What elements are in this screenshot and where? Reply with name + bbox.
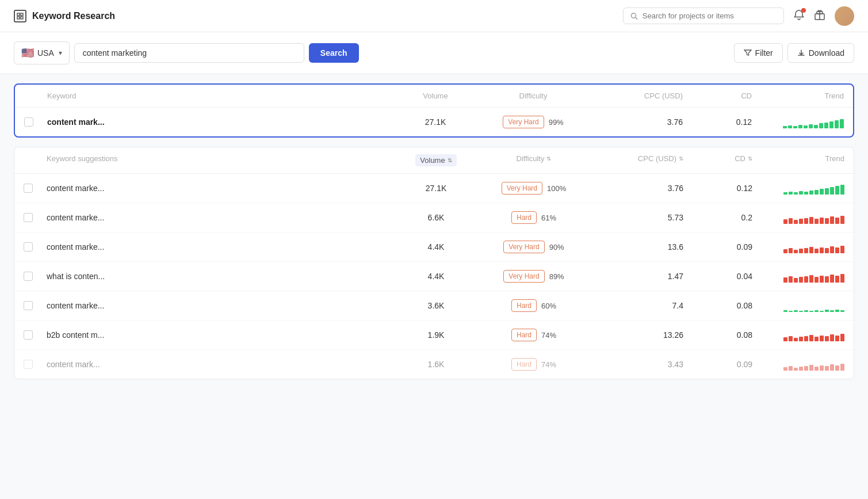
featured-col-difficulty: Difficulty: [476, 92, 591, 100]
row4-checkbox[interactable]: [24, 301, 33, 310]
featured-cd: 0.12: [683, 117, 752, 127]
gift-button[interactable]: [814, 9, 825, 22]
bar-7: [814, 125, 818, 128]
featured-difficulty-pct: 99%: [549, 118, 564, 127]
sugg-col-difficulty[interactable]: Difficulty ⇅: [476, 154, 591, 166]
search-button[interactable]: Search: [309, 43, 359, 63]
country-flag: 🇺🇸: [21, 47, 34, 59]
featured-col-cd: CD: [683, 92, 752, 100]
filter-button[interactable]: Filter: [734, 43, 783, 63]
row3-keyword: what is conten...: [47, 272, 396, 281]
svg-rect-2: [17, 17, 20, 19]
suggestion-row: what is conten... 4.4K Very Hard 89% 1.4…: [14, 262, 854, 291]
featured-col-trend: Trend: [752, 92, 844, 100]
bar-9: [824, 123, 828, 128]
featured-trend: [752, 116, 844, 128]
chevron-down-icon: ▾: [59, 49, 62, 57]
bar-1: [783, 126, 787, 128]
featured-cpc: 3.76: [591, 117, 683, 127]
country-selector[interactable]: 🇺🇸 USA ▾: [14, 41, 70, 64]
header-right: [623, 6, 854, 26]
row3-difficulty: Very Hard 89%: [476, 270, 591, 283]
bar-11: [835, 120, 839, 128]
row6-difficulty: Hard 74%: [476, 358, 591, 371]
bar-12: [840, 119, 844, 128]
row3-volume: 4.4K: [396, 272, 476, 281]
row2-pct: 90%: [549, 243, 564, 252]
bar-2: [788, 125, 792, 128]
row2-cpc: 13.6: [591, 242, 683, 252]
row5-cd: 0.08: [683, 330, 752, 340]
row4-keyword: content marke...: [47, 301, 396, 310]
row5-checkbox[interactable]: [24, 330, 33, 340]
row1-difficulty: Hard 61%: [476, 211, 591, 224]
row1-pct: 61%: [541, 214, 556, 222]
row6-pct: 74%: [541, 360, 556, 369]
logo-icon: [14, 10, 26, 22]
featured-col-volume: Volume: [395, 92, 476, 100]
row6-badge: Hard: [511, 358, 537, 371]
page-title: Keyword Research: [32, 11, 115, 21]
download-button[interactable]: Download: [787, 43, 854, 63]
sugg-col-keyword: Keyword suggestions: [47, 154, 396, 166]
cd-sort-icon: ⇅: [748, 155, 752, 162]
row1-keyword: content marke...: [47, 213, 396, 222]
row6-checkbox[interactable]: [24, 360, 33, 369]
featured-col-cpc: CPC (USD): [591, 92, 683, 100]
suggestion-row: b2b content m... 1.9K Hard 74% 13.26 0.0…: [14, 321, 854, 350]
suggestion-row: content marke... 27.1K Very Hard 100% 3.…: [14, 174, 854, 203]
row5-pct: 74%: [541, 331, 556, 340]
row2-keyword: content marke...: [47, 242, 396, 252]
notification-button[interactable]: [793, 9, 805, 22]
featured-table-header: Keyword Volume Difficulty CPC (USD) CD T…: [15, 85, 853, 108]
bar-8: [819, 123, 823, 128]
volume-sort-header[interactable]: Volume ⇅: [415, 154, 456, 166]
bar-5: [804, 125, 808, 128]
header: Keyword Research: [0, 0, 868, 32]
row4-volume: 3.6K: [396, 301, 476, 310]
sort-icon: ⇅: [448, 157, 452, 163]
bar-10: [829, 121, 833, 128]
bar-3: [793, 126, 797, 128]
row5-badge: Hard: [511, 329, 537, 341]
featured-volume: 27.1K: [395, 117, 476, 127]
sugg-col-volume[interactable]: Volume ⇅: [396, 154, 476, 166]
svg-line-5: [636, 17, 637, 19]
featured-checkbox[interactable]: [24, 117, 33, 127]
row6-cd: 0.09: [683, 360, 752, 369]
featured-difficulty: Very Hard 99%: [476, 116, 591, 128]
sugg-col-trend: Trend: [752, 154, 844, 166]
row2-volume: 4.4K: [396, 242, 476, 252]
row1-cd: 0.2: [683, 213, 752, 222]
row5-cpc: 13.26: [591, 330, 683, 340]
filter-icon: [744, 49, 752, 57]
svg-rect-3: [21, 17, 23, 19]
row3-checkbox[interactable]: [24, 272, 33, 281]
global-search-box[interactable]: [623, 7, 784, 24]
notification-dot: [801, 8, 806, 13]
avatar[interactable]: [835, 6, 854, 26]
global-search-input[interactable]: [643, 12, 777, 20]
cpc-sort-icon: ⇅: [679, 155, 683, 162]
row1-checkbox[interactable]: [24, 213, 33, 222]
row0-cpc: 3.76: [591, 184, 683, 193]
row0-difficulty: Very Hard 100%: [476, 182, 591, 195]
row3-pct: 89%: [549, 272, 564, 281]
row0-keyword: content marke...: [47, 184, 396, 193]
row6-keyword: content mark...: [47, 360, 396, 369]
featured-keyword: content mark...: [47, 117, 395, 127]
svg-rect-0: [17, 13, 20, 16]
row2-trend: [752, 241, 844, 253]
suggestion-row: content marke... 6.6K Hard 61% 5.73 0.2: [14, 203, 854, 233]
row3-trend: [752, 270, 844, 283]
row6-trend: [752, 358, 844, 371]
row2-checkbox[interactable]: [24, 242, 33, 252]
suggestion-row: content mark... 1.6K Hard 74% 3.43 0.09: [14, 350, 854, 379]
row4-trend: [752, 299, 844, 312]
sugg-col-cpc[interactable]: CPC (USD) ⇅: [591, 154, 683, 166]
sugg-col-cd[interactable]: CD ⇅: [683, 154, 752, 166]
suggestion-row: content marke... 3.6K Hard 60% 7.4 0.08: [14, 291, 854, 321]
row0-pct: 100%: [547, 184, 566, 193]
row0-checkbox[interactable]: [24, 184, 33, 193]
keyword-search-input[interactable]: [74, 43, 304, 63]
